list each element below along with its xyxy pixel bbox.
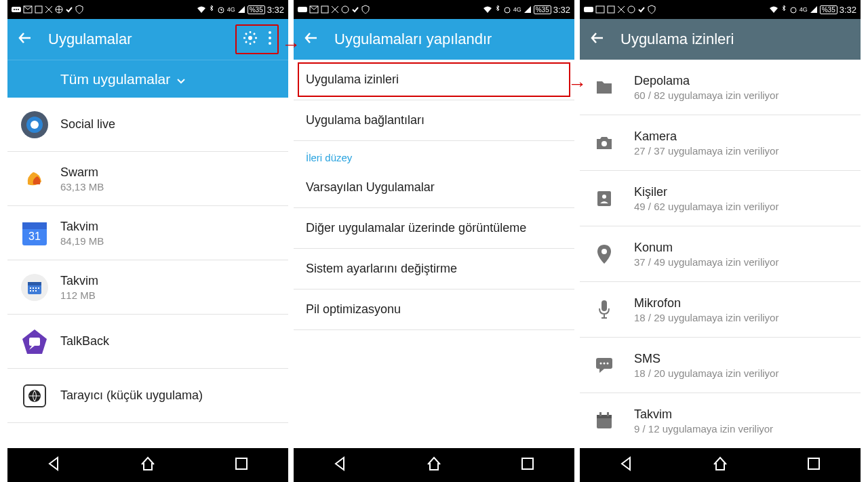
svg-point-3 <box>18 9 19 10</box>
screen-title: Uygulama izinleri <box>620 31 851 48</box>
svg-rect-40 <box>596 6 604 13</box>
panel-permissions: 4G %35 3:32 Uygulama izinleri Depolama60… <box>580 0 861 482</box>
app-icon <box>20 381 50 411</box>
nav-home[interactable] <box>711 455 729 475</box>
app-name: Takvim <box>60 274 98 288</box>
nav-recent[interactable] <box>805 455 823 475</box>
bluetooth-icon <box>208 5 215 14</box>
app-item-takvim-2[interactable]: Takvim112 MB <box>7 260 288 315</box>
panel-configure: 4G %35 3:32 Uygulamaları yapılandır Uygu… <box>294 0 574 482</box>
filter-dropdown[interactable]: Tüm uygulamalar <box>7 60 288 98</box>
perm-sms[interactable]: SMS18 / 20 uygulamaya izin veriliyor <box>580 338 861 393</box>
gear-icon <box>242 30 258 46</box>
arrow-left-icon <box>589 30 606 46</box>
nav-bar <box>7 448 288 482</box>
svg-point-46 <box>602 195 606 199</box>
status-bar: 4G %35 3:32 <box>7 0 288 19</box>
svg-rect-56 <box>607 412 609 416</box>
svg-rect-17 <box>22 222 47 229</box>
item-modify-system[interactable]: Sistem ayarlarını değiştirme <box>294 249 574 289</box>
app-item-talkback[interactable]: TalkBack <box>7 315 288 369</box>
item-app-links[interactable]: Uygulama bağlantıları <box>294 100 574 141</box>
svg-rect-22 <box>30 287 31 289</box>
perm-location[interactable]: Konum37 / 49 uygulamaya izin veriliyor <box>580 226 861 282</box>
section-advanced: İleri düzey <box>294 141 574 167</box>
no-data-icon <box>45 5 53 14</box>
nav-back[interactable] <box>45 455 63 475</box>
location-icon <box>595 245 614 264</box>
apps-list: Social live Swarm63,13 MB 31 Takvim84,19… <box>7 98 288 448</box>
item-battery-optimization[interactable]: Pil optimizasyonu <box>294 289 574 330</box>
svg-rect-55 <box>599 412 601 416</box>
perm-storage[interactable]: Depolama60 / 82 uygulamaya izin veriliyo… <box>580 60 861 115</box>
shield-icon <box>75 5 83 14</box>
nav-recent[interactable] <box>233 455 250 475</box>
settings-button[interactable] <box>242 30 258 49</box>
svg-rect-41 <box>608 6 614 13</box>
svg-point-9 <box>269 31 271 34</box>
highlight-gear-menu <box>235 24 279 54</box>
svg-rect-24 <box>35 287 37 289</box>
nav-back[interactable] <box>332 455 349 475</box>
back-button[interactable] <box>303 30 319 49</box>
microphone-icon <box>595 300 614 319</box>
svg-point-43 <box>791 7 796 13</box>
svg-rect-27 <box>33 290 34 292</box>
guide-arrow-1: → <box>281 34 300 56</box>
svg-rect-38 <box>522 458 533 469</box>
screen-title: Uygulamaları yapılandır <box>334 31 565 48</box>
svg-rect-5 <box>35 6 42 13</box>
app-item-social-live[interactable]: Social live <box>7 98 288 152</box>
calendar-icon <box>595 411 614 430</box>
camera-icon <box>595 134 614 153</box>
app-item-takvim-1[interactable]: 31 Takvim84,19 MB <box>7 206 288 260</box>
app-icon <box>20 273 50 302</box>
contacts-icon <box>595 189 614 208</box>
back-button[interactable] <box>589 30 606 49</box>
svg-rect-57 <box>808 458 819 469</box>
perm-calendar[interactable]: Takvim9 / 12 uygulamaya izin veriliyor <box>580 393 861 448</box>
perm-microphone[interactable]: Mikrofon18 / 29 uygulamaya izin veriliyo… <box>580 282 861 338</box>
app-name: Tarayıcı (küçük uygulama) <box>60 388 203 403</box>
permissions-list: Depolama60 / 82 uygulamaya izin veriliyo… <box>580 60 861 448</box>
app-name: Takvim <box>60 220 104 234</box>
perm-contacts[interactable]: Kişiler49 / 62 uygulamaya izin veriliyor <box>580 171 861 226</box>
nav-bar <box>294 448 574 482</box>
app-bar: Uygulama izinleri <box>580 19 861 60</box>
svg-point-44 <box>601 141 607 146</box>
item-draw-over[interactable]: Diğer uygulamalar üzerinde görüntüleme <box>294 208 574 249</box>
app-item-tarayici[interactable]: Tarayıcı (küçük uygulama) <box>7 369 288 423</box>
svg-point-1 <box>14 9 15 10</box>
app-name: TalkBack <box>60 334 109 348</box>
nav-home[interactable] <box>425 455 443 475</box>
app-icon <box>20 110 50 140</box>
chevron-down-icon <box>177 71 185 87</box>
app-item-swarm[interactable]: Swarm63,13 MB <box>7 152 288 206</box>
item-app-permissions[interactable]: Uygulama izinleri <box>294 60 574 100</box>
svg-point-10 <box>269 37 271 39</box>
back-button[interactable] <box>17 30 33 49</box>
item-default-apps[interactable]: Varsayılan Uygulamalar <box>294 167 574 208</box>
svg-rect-35 <box>321 6 328 13</box>
svg-rect-54 <box>597 415 612 418</box>
alarm-icon <box>217 5 225 14</box>
network-label: 4G <box>227 6 235 13</box>
svg-rect-25 <box>38 287 39 289</box>
nav-home[interactable] <box>139 455 157 475</box>
svg-text:31: 31 <box>28 230 41 242</box>
svg-rect-39 <box>584 7 593 12</box>
app-name: Social live <box>60 117 115 132</box>
nav-recent[interactable] <box>519 455 536 475</box>
perm-camera[interactable]: Kamera27 / 37 uygulamaya izin veriliyor <box>580 115 861 171</box>
overflow-button[interactable] <box>268 31 272 48</box>
svg-point-37 <box>505 7 510 13</box>
folder-icon <box>595 78 614 97</box>
status-bar: 4G %35 3:32 <box>580 0 861 19</box>
configure-list: Uygulama izinleri Uygulama bağlantıları … <box>294 60 574 448</box>
svg-point-36 <box>342 6 349 13</box>
nav-back[interactable] <box>618 455 635 475</box>
svg-point-52 <box>607 362 609 364</box>
svg-rect-32 <box>236 458 247 469</box>
check-icon <box>65 5 73 14</box>
svg-rect-48 <box>601 300 607 311</box>
